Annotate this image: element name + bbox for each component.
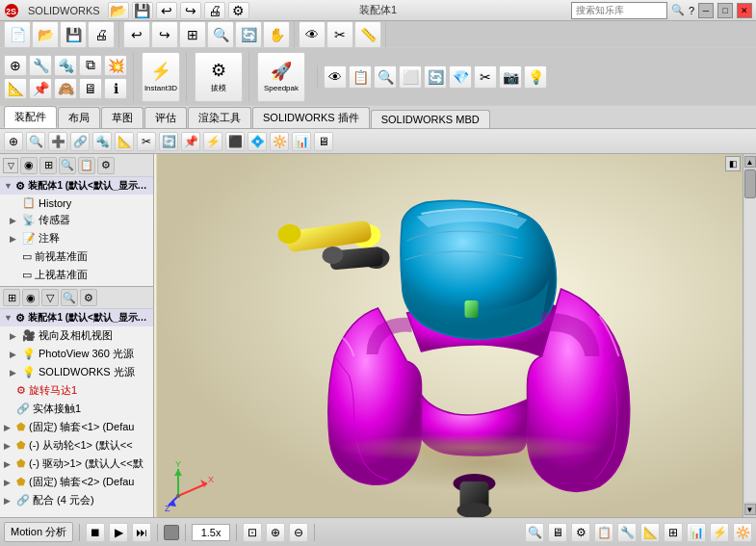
pt2-btn-2[interactable]: ◉ xyxy=(22,289,39,306)
cmd-icon-7[interactable]: ✂ xyxy=(137,132,156,151)
tree-item-top-plane[interactable]: ▭ 上视基准面 xyxy=(0,266,153,284)
tree-item-contact[interactable]: 🔗 实体接触1 xyxy=(0,400,153,418)
pt-btn-1[interactable]: ◉ xyxy=(20,157,38,174)
tree-item-motor[interactable]: ⚙ 旋转马达1 xyxy=(0,381,153,400)
bottom-icon-6[interactable]: 📐 xyxy=(640,523,660,542)
filter-btn[interactable]: ▽ xyxy=(3,158,18,173)
forward-btn[interactable]: ⏭ xyxy=(132,523,151,542)
ribbon-view4-btn[interactable]: ⬜ xyxy=(399,65,422,89)
pt2-btn-4[interactable]: 🔍 xyxy=(61,289,78,306)
tree-item-driven-gear[interactable]: ▶ ⬟ (-) 从动轮<1> (默认<< xyxy=(0,436,153,455)
3d-model[interactable] xyxy=(154,154,756,517)
timeline-thumb[interactable] xyxy=(164,525,179,540)
tree-item-axle1[interactable]: ▶ ⬟ (固定) 轴套<1> (Defau xyxy=(0,418,153,436)
bottom-icon-3[interactable]: ⚙ xyxy=(571,523,590,542)
tb-measure-btn[interactable]: 📏 xyxy=(354,21,381,48)
cmd-icon-10[interactable]: ⚡ xyxy=(203,132,222,151)
tb-save-btn[interactable]: 💾 xyxy=(60,21,87,48)
cmd-icon-8[interactable]: 🔄 xyxy=(159,132,178,151)
tab-layout[interactable]: 布局 xyxy=(58,107,100,128)
bottom-icon-9[interactable]: ⚡ xyxy=(710,523,729,542)
tree-root-2[interactable]: ▼ ⚙ 装配体1 (默认<默认_显示状态 xyxy=(0,309,153,326)
tb-section-btn[interactable]: ✂ xyxy=(326,21,353,48)
ribbon-speedpak2-btn[interactable]: 🚀 Speedpak xyxy=(257,52,305,102)
cmd-icon-1[interactable]: ⊕ xyxy=(4,132,23,151)
ribbon-component-btn[interactable]: 🔧 xyxy=(29,55,52,76)
scroll-down-btn[interactable]: ▼ xyxy=(744,504,756,515)
tree-item-drive-gear[interactable]: ▶ ⬟ (-) 驱动>1> (默认人<<默 xyxy=(0,455,153,473)
zoom-fit-btn[interactable]: ⊡ xyxy=(243,523,262,542)
cmd-icon-2[interactable]: 🔍 xyxy=(26,132,45,151)
ribbon-view5-btn[interactable]: 🔄 xyxy=(424,65,447,89)
tab-sw-plugins[interactable]: SOLIDWORKS 插件 xyxy=(252,107,370,128)
ribbon-lights-btn[interactable]: 💡 xyxy=(524,65,547,89)
bottom-icon-5[interactable]: 🔧 xyxy=(617,523,637,542)
vp-toolbar-btn-1[interactable]: ◧ xyxy=(725,156,741,171)
minimize-btn[interactable]: ─ xyxy=(698,3,714,18)
pt-btn-5[interactable]: ⚙ xyxy=(97,157,115,174)
cmd-icon-9[interactable]: 📌 xyxy=(181,132,200,151)
cmd-icon-4[interactable]: 🔗 xyxy=(70,132,90,151)
zoom-out-btn[interactable]: ⊖ xyxy=(289,523,308,542)
cmd-icon-13[interactable]: 🔆 xyxy=(270,132,289,151)
tree-item-photoview[interactable]: ▶ 💡 PhotoView 360 光源 xyxy=(0,345,153,363)
ribbon-view1-btn[interactable]: 👁 xyxy=(324,65,347,89)
ribbon-section-view-btn[interactable]: ✂ xyxy=(474,65,497,89)
toolbar-icon-print[interactable]: 🖨 xyxy=(204,2,225,19)
tb-select-btn[interactable]: ⊞ xyxy=(179,21,206,48)
cmd-icon-6[interactable]: 📐 xyxy=(115,132,134,151)
tb-redo-btn[interactable]: ↪ xyxy=(151,21,178,48)
tb-view-btn[interactable]: 👁 xyxy=(299,21,326,48)
tab-render[interactable]: 渲染工具 xyxy=(188,107,251,128)
toolbar-icon-4[interactable]: ↪ xyxy=(180,2,201,19)
tree-item-mates[interactable]: ▶ 🔗 配合 (4 元会) xyxy=(0,491,153,509)
pt2-btn-5[interactable]: ⚙ xyxy=(80,289,97,306)
scroll-up-btn[interactable]: ▲ xyxy=(744,156,756,168)
tab-evaluate[interactable]: 评估 xyxy=(144,107,187,128)
ribbon-display-btn[interactable]: 🖥 xyxy=(79,78,102,99)
toolbar-icon-2[interactable]: 💾 xyxy=(132,2,153,19)
tb-new-btn[interactable]: 📄 xyxy=(4,21,31,48)
tb-print-btn[interactable]: 🖨 xyxy=(88,21,115,48)
ribbon-speedpak-btn[interactable]: ⚙ 拔模 xyxy=(195,52,243,102)
cmd-icon-3[interactable]: ➕ xyxy=(48,132,67,151)
cmd-icon-5[interactable]: 🔩 xyxy=(92,132,112,151)
ribbon-camera-btn[interactable]: 📷 xyxy=(499,65,522,89)
scroll-thumb[interactable] xyxy=(744,169,756,198)
maximize-btn[interactable]: □ xyxy=(717,3,733,18)
toolbar-icon-1[interactable]: 📂 xyxy=(108,2,129,19)
play-stop-btn[interactable]: ⏹ xyxy=(86,523,105,542)
tab-sketch[interactable]: 草图 xyxy=(101,107,143,128)
cmd-icon-14[interactable]: 📊 xyxy=(292,132,311,151)
play-btn[interactable]: ▶ xyxy=(109,523,128,542)
toolbar-icon-settings[interactable]: ⚙ xyxy=(228,2,249,19)
ribbon-instant3d-btn[interactable]: ⚡ Instant3D xyxy=(142,52,180,102)
ribbon-prop-btn[interactable]: ℹ xyxy=(104,78,127,99)
v-scrollbar[interactable]: ▲ ▼ xyxy=(743,154,756,517)
close-btn[interactable]: ✕ xyxy=(737,3,752,18)
zoom-in-btn[interactable]: ⊕ xyxy=(266,523,285,542)
bottom-icon-8[interactable]: 📊 xyxy=(687,523,706,542)
ribbon-view2-btn[interactable]: 📋 xyxy=(349,65,372,89)
tree-item-history[interactable]: 📋 History xyxy=(0,195,153,211)
viewport[interactable]: X Y Z ▲ ▼ ◧ xyxy=(154,154,756,517)
tree-item-annotation[interactable]: ▶ 📝 注释 xyxy=(0,229,153,247)
bottom-icon-10[interactable]: 🔆 xyxy=(733,523,752,542)
pt-btn-2[interactable]: ⊞ xyxy=(39,157,57,174)
tb-rotate-btn[interactable]: 🔄 xyxy=(235,21,262,48)
ribbon-display-mode-btn[interactable]: 💎 xyxy=(449,65,472,89)
tree-item-axle2[interactable]: ▶ ⬟ (固定) 轴套<2> (Defau xyxy=(0,473,153,491)
pt-btn-3[interactable]: 🔍 xyxy=(59,157,76,174)
tab-sw-mbd[interactable]: SOLIDWORKS MBD xyxy=(371,110,490,128)
tree-root-1[interactable]: ▼ ⚙ 装配体1 (默认<默认_显示状态 xyxy=(0,177,153,195)
help-icon[interactable]: ? xyxy=(689,5,694,16)
tab-assembly[interactable]: 装配件 xyxy=(4,106,57,128)
ribbon-mate-btn[interactable]: 🔩 xyxy=(54,55,77,76)
cmd-icon-12[interactable]: 💠 xyxy=(248,132,267,151)
pt2-btn-1[interactable]: ⊞ xyxy=(3,289,20,306)
search-icon[interactable]: 🔍 xyxy=(671,4,685,16)
ribbon-insert-btn[interactable]: ⊕ xyxy=(4,55,27,76)
toolbar-icon-3[interactable]: ↩ xyxy=(156,2,177,19)
tree-item-sw-lights[interactable]: ▶ 💡 SOLIDWORKS 光源 xyxy=(0,363,153,381)
bottom-icon-4[interactable]: 📋 xyxy=(594,523,613,542)
